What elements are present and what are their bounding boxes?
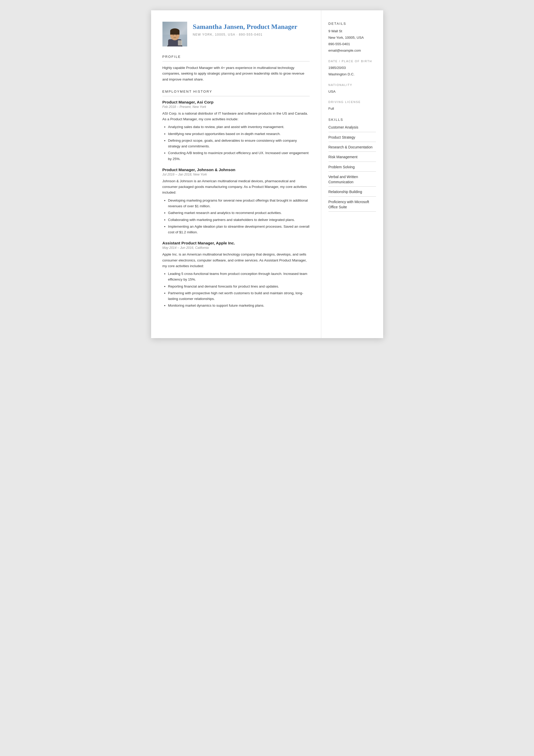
sidebar-driving-title: DRIVING LICENSE bbox=[328, 100, 376, 103]
skill-item: Customer Analysis bbox=[328, 125, 376, 132]
job-bullets-2: Developing marketing programs for severa… bbox=[163, 198, 310, 235]
employment-section: EMPLOYMENT HISTORY Product Manager, Asi … bbox=[163, 90, 310, 309]
sidebar-details-section: DETAILS 9 Wall St New York, 10005, USA 8… bbox=[328, 22, 376, 53]
job-desc-1: ASI Corp. is a national distributor of I… bbox=[163, 111, 310, 122]
sidebar-nationality-section: NATIONALITY USA bbox=[328, 83, 376, 94]
job-period-3: May 2014 – Jun 2016, California bbox=[163, 246, 310, 250]
profile-title: PROFILE bbox=[163, 55, 310, 59]
employment-title: EMPLOYMENT HISTORY bbox=[163, 90, 310, 94]
list-item: Analyzing sales data to review, plan and… bbox=[168, 124, 310, 130]
job-title-1: Product Manager, Asi Corp bbox=[163, 100, 310, 104]
skill-name: Research & Documentation bbox=[328, 145, 376, 151]
list-item: Conducting A/B testing to maximize produ… bbox=[168, 150, 310, 162]
skill-name: Problem Solving bbox=[328, 164, 376, 171]
job-block-2: Product Manager, Johnson & Johnson Jul 2… bbox=[163, 168, 310, 235]
svg-rect-9 bbox=[178, 40, 182, 45]
list-item: Collaborating with marketing partners an… bbox=[168, 217, 310, 223]
job-title-3: Assistant Product Manager, Apple Inc. bbox=[163, 241, 310, 245]
list-item: Defining project scope, goals, and deliv… bbox=[168, 138, 310, 149]
job-desc-3: Apple Inc. is an American multinational … bbox=[163, 252, 310, 269]
header-info: Samantha Jansen, Product Manager NEW YOR… bbox=[193, 22, 310, 37]
sidebar-address: 9 Wall St bbox=[328, 29, 376, 34]
skill-item: Verbal and Written Communication bbox=[328, 174, 376, 187]
sidebar-driving-section: DRIVING LICENSE Full bbox=[328, 100, 376, 112]
skill-item: Relationship Building bbox=[328, 189, 376, 197]
list-item: Implementing an Agile ideation plan to s… bbox=[168, 224, 310, 235]
profile-text: Highly capable Product Manager with 4+ y… bbox=[163, 65, 310, 82]
job-block-3: Assistant Product Manager, Apple Inc. Ma… bbox=[163, 241, 310, 309]
job-period-1: Feb 2018 – Present, New York bbox=[163, 105, 310, 109]
list-item: Partnering with prospective high net wor… bbox=[168, 290, 310, 302]
skill-name: Product Strategy bbox=[328, 135, 376, 142]
sidebar-skills-title: SKILLS bbox=[328, 118, 376, 122]
job-period-2: Jul 2016 – Jan 2018, New York bbox=[163, 173, 310, 176]
candidate-name: Samantha Jansen, Product Manager bbox=[193, 23, 310, 31]
list-item: Gathering market research and analytics … bbox=[168, 210, 310, 216]
list-item: Leading 5 cross-functional teams from pr… bbox=[168, 271, 310, 283]
job-bullets-3: Leading 5 cross-functional teams from pr… bbox=[163, 271, 310, 309]
sidebar-city: New York, 10005, USA bbox=[328, 35, 376, 40]
skill-item: Problem Solving bbox=[328, 164, 376, 172]
sidebar-phone: 890-555-0401 bbox=[328, 41, 376, 47]
skill-name: Verbal and Written Communication bbox=[328, 174, 376, 187]
sidebar-birth-title: DATE / PLACE OF BIRTH bbox=[328, 60, 376, 63]
skill-name: Relationship Building bbox=[328, 189, 376, 196]
resume-page: Samantha Jansen, Product Manager NEW YOR… bbox=[151, 10, 383, 338]
skill-divider bbox=[328, 151, 376, 152]
job-bullets-1: Analyzing sales data to review, plan and… bbox=[163, 124, 310, 162]
skill-divider bbox=[328, 142, 376, 142]
sidebar-nationality: USA bbox=[328, 89, 376, 94]
sidebar-nationality-title: NATIONALITY bbox=[328, 83, 376, 87]
sidebar-details-title: DETAILS bbox=[328, 22, 376, 26]
sidebar-driving: Full bbox=[328, 106, 376, 112]
job-title-2: Product Manager, Johnson & Johnson bbox=[163, 168, 310, 172]
sidebar-birth-place: Washington D.C. bbox=[328, 72, 376, 77]
skill-divider bbox=[328, 186, 376, 187]
skill-divider bbox=[328, 171, 376, 172]
job-desc-2: Johnson & Johnson is an American multina… bbox=[163, 178, 310, 196]
candidate-location: NEW YORK, 10005, USA · 890-555-0401 bbox=[193, 33, 310, 37]
main-column: Samantha Jansen, Product Manager NEW YOR… bbox=[151, 10, 321, 338]
skill-item: Product Strategy bbox=[328, 135, 376, 142]
list-item: Identifying new product opportunities ba… bbox=[168, 131, 310, 137]
svg-point-8 bbox=[176, 35, 177, 36]
skill-divider bbox=[328, 211, 376, 212]
sidebar-email: email@example.com bbox=[328, 48, 376, 53]
skill-item: Proficiency with Microsoft Office Suite bbox=[328, 199, 376, 212]
header-section: Samantha Jansen, Product Manager NEW YOR… bbox=[163, 22, 310, 46]
list-item: Reporting financial and demand forecasts… bbox=[168, 284, 310, 289]
skill-item: Risk Management bbox=[328, 154, 376, 162]
skill-name: Proficiency with Microsoft Office Suite bbox=[328, 199, 376, 212]
sidebar-birth-date: 1985/20/03 bbox=[328, 65, 376, 71]
svg-rect-6 bbox=[170, 31, 179, 35]
sidebar-skills-section: SKILLS Customer AnalysisProduct Strategy… bbox=[328, 118, 376, 212]
skill-name: Risk Management bbox=[328, 154, 376, 161]
profile-section: PROFILE Highly capable Product Manager w… bbox=[163, 55, 310, 82]
profile-divider bbox=[163, 61, 310, 62]
skill-item: Research & Documentation bbox=[328, 145, 376, 152]
avatar bbox=[163, 22, 187, 46]
skills-list: Customer AnalysisProduct StrategyResearc… bbox=[328, 125, 376, 212]
list-item: Monitoring market dynamics to support fu… bbox=[168, 303, 310, 309]
skill-name: Customer Analysis bbox=[328, 125, 376, 132]
svg-point-7 bbox=[172, 35, 174, 36]
sidebar-birth-section: DATE / PLACE OF BIRTH 1985/20/03 Washing… bbox=[328, 60, 376, 77]
sidebar-column: DETAILS 9 Wall St New York, 10005, USA 8… bbox=[321, 10, 383, 338]
job-block-1: Product Manager, Asi Corp Feb 2018 – Pre… bbox=[163, 100, 310, 162]
list-item: Developing marketing programs for severa… bbox=[168, 198, 310, 209]
